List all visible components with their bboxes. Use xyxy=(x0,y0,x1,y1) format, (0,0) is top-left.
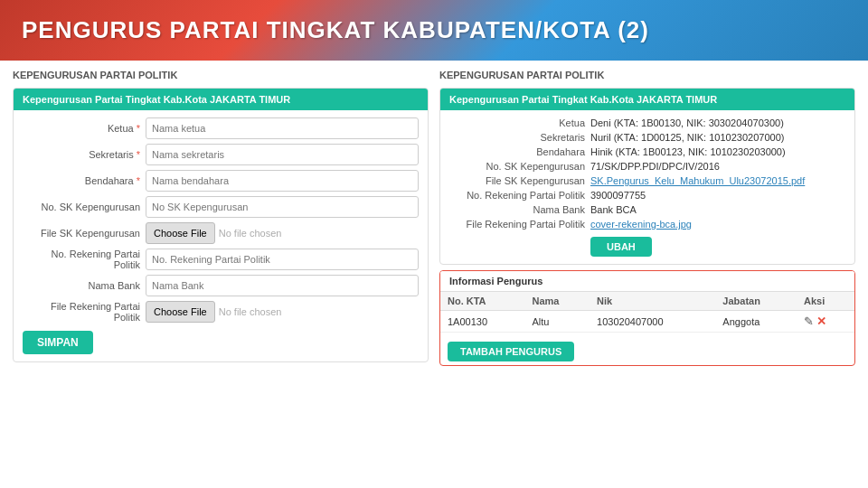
left-section-label: KEPENGURUSAN PARTAI POLITIK xyxy=(13,70,429,80)
label-file-sk: File SK Kepengurusan xyxy=(23,228,140,239)
right-info-card: Kepengurusan Partai Tingkat Kab.Kota JAK… xyxy=(439,88,855,265)
delete-button[interactable]: ✕ xyxy=(816,314,826,328)
info-row-ketua: Ketua Deni (KTA: 1B00130, NIK: 303020407… xyxy=(449,117,845,128)
ubah-button[interactable]: UBAH xyxy=(590,237,652,257)
col-aksi: Aksi xyxy=(797,292,854,311)
info-row-no-rekening: No. Rekening Partai Politik 3900097755 xyxy=(449,190,845,201)
info-value-file-rekening[interactable]: cover-rekening-bca.jpg xyxy=(590,219,845,230)
file-rekening-group: Choose File No file chosen xyxy=(146,301,419,323)
edit-button[interactable]: ✎ xyxy=(804,314,814,328)
info-label-file-sk: File SK Kepengurusan xyxy=(449,175,585,186)
info-value-bendahara: Hinik (KTA: 1B00123, NIK: 1010230203000) xyxy=(590,146,845,157)
file-rekening-chosen-text: No file chosen xyxy=(219,306,282,317)
info-label-sekretaris: Sekretaris xyxy=(449,132,585,143)
info-label-no-sk: No. SK Kepengurusan xyxy=(449,161,585,172)
info-label-ketua: Ketua xyxy=(449,117,585,128)
left-form-card-header: Kepengurusan Partai Tingkat Kab.Kota JAK… xyxy=(14,89,428,110)
info-value-no-sk: 71/SK/DPP.PDI/DPC/IV/2016 xyxy=(590,161,845,172)
info-row-file-rekening: File Rekening Partai Politik cover-reken… xyxy=(449,219,845,230)
form-row-rekening: No. Rekening Partai Politik xyxy=(23,249,419,270)
input-rekening[interactable] xyxy=(146,249,419,270)
file-sk-group: Choose File No file chosen xyxy=(146,222,419,244)
left-panel: KEPENGURUSAN PARTAI POLITIK Kepengurusan… xyxy=(13,70,429,481)
info-label-file-rekening: File Rekening Partai Politik xyxy=(449,219,585,230)
pengurus-table: No. KTA Nama Nik Jabatan Aksi 1A00130 Al… xyxy=(440,292,854,333)
right-section-label: KEPENGURUSAN PARTAI POLITIK xyxy=(439,70,855,80)
choose-file-rekening-button[interactable]: Choose File xyxy=(146,301,215,323)
label-bendahara: Bendahara * xyxy=(23,175,140,186)
right-info-card-header: Kepengurusan Partai Tingkat Kab.Kota JAK… xyxy=(440,89,854,110)
form-row-bendahara: Bendahara * xyxy=(23,170,419,192)
form-row-ketua: Ketua * xyxy=(23,117,419,139)
left-form-card: Kepengurusan Partai Tingkat Kab.Kota JAK… xyxy=(13,88,429,362)
cell-nik: 103020407000 xyxy=(590,311,715,333)
info-label-nama-bank: Nama Bank xyxy=(449,204,585,215)
table-row: 1A00130 Altu 103020407000 Anggota ✎ ✕ xyxy=(440,311,854,333)
form-row-no-sk: No. SK Kepengurusan xyxy=(23,196,419,218)
info-row-file-sk: File SK Kepengurusan SK.Pengurus_Kelu_Ma… xyxy=(449,175,845,186)
info-value-no-rekening: 3900097755 xyxy=(590,190,845,201)
label-rekening: No. Rekening Partai Politik xyxy=(23,249,140,270)
input-ketua[interactable] xyxy=(146,117,419,139)
input-nama-bank[interactable] xyxy=(146,275,419,296)
cell-aksi: ✎ ✕ xyxy=(797,311,854,333)
label-nama-bank: Nama Bank xyxy=(23,280,140,291)
form-row-file-sk: File SK Kepengurusan Choose File No file… xyxy=(23,222,419,244)
info-label-bendahara: Bendahara xyxy=(449,146,585,157)
choose-file-sk-button[interactable]: Choose File xyxy=(146,222,215,244)
col-nik: Nik xyxy=(590,292,715,311)
file-sk-chosen-text: No file chosen xyxy=(219,228,282,239)
info-value-nama-bank: Bank BCA xyxy=(590,204,845,215)
tambah-pengurus-button[interactable]: TAMBAH PENGURUS xyxy=(448,342,574,361)
input-bendahara[interactable] xyxy=(146,170,419,192)
cell-nama: Altu xyxy=(525,311,590,333)
label-sekretaris: Sekretaris * xyxy=(23,149,140,160)
form-row-file-rekening: File Rekening Partai Politik Choose File… xyxy=(23,301,419,323)
header: PENGURUS PARTAI TINGKAT KABUPATEN/KOTA (… xyxy=(0,0,868,61)
info-row-no-sk: No. SK Kepengurusan 71/SK/DPP.PDI/DPC/IV… xyxy=(449,161,845,172)
cell-jabatan: Anggota xyxy=(715,311,797,333)
pengurus-card-header: Informasi Pengurus xyxy=(440,271,854,292)
col-kta: No. KTA xyxy=(440,292,525,311)
label-file-rekening: File Rekening Partai Politik xyxy=(23,301,140,323)
info-row-sekretaris: Sekretaris Nuril (KTA: 1D00125, NIK: 101… xyxy=(449,132,845,143)
form-row-sekretaris: Sekretaris * xyxy=(23,144,419,165)
cell-kta: 1A00130 xyxy=(440,311,525,333)
label-no-sk: No. SK Kepengurusan xyxy=(23,202,140,212)
right-panel: KEPENGURUSAN PARTAI POLITIK Kepengurusan… xyxy=(439,70,855,481)
info-value-file-sk[interactable]: SK.Pengurus_Kelu_Mahukum_Ulu23072015.pdf xyxy=(590,175,845,186)
input-no-sk[interactable] xyxy=(146,196,419,218)
info-row-bendahara: Bendahara Hinik (KTA: 1B00123, NIK: 1010… xyxy=(449,146,845,157)
page-title: PENGURUS PARTAI TINGKAT KABUPATEN/KOTA (… xyxy=(22,16,649,44)
col-nama: Nama xyxy=(525,292,590,311)
pengurus-card: Informasi Pengurus No. KTA Nama Nik Jaba… xyxy=(439,270,855,366)
info-value-sekretaris: Nuril (KTA: 1D00125, NIK: 1010230207000) xyxy=(590,132,845,143)
label-ketua: Ketua * xyxy=(23,123,140,134)
form-row-nama-bank: Nama Bank xyxy=(23,275,419,296)
col-jabatan: Jabatan xyxy=(715,292,797,311)
info-row-nama-bank: Nama Bank Bank BCA xyxy=(449,204,845,215)
info-value-ketua: Deni (KTA: 1B00130, NIK: 3030204070300) xyxy=(590,117,845,128)
info-label-no-rekening: No. Rekening Partai Politik xyxy=(449,190,585,201)
input-sekretaris[interactable] xyxy=(146,144,419,165)
simpan-button[interactable]: SIMPAN xyxy=(23,331,93,354)
